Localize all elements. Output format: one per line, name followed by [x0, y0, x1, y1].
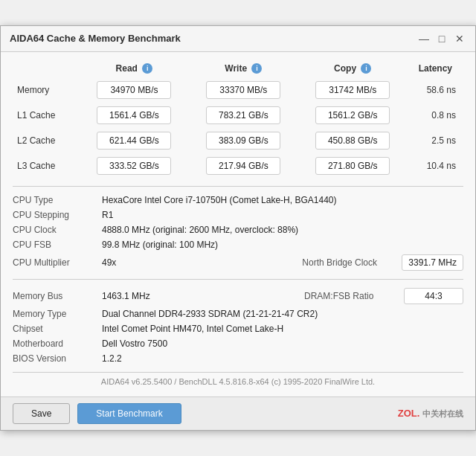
footer-text: AIDA64 v6.25.5400 / BenchDLL 4.5.816.8-x…	[13, 372, 463, 389]
cpu-stepping-label: CPU Stepping	[13, 210, 102, 220]
memory-bus-left: Memory Bus 1463.1 MHz	[13, 291, 304, 301]
start-benchmark-button[interactable]: Start Benchmark	[77, 403, 181, 424]
row-latency: 58.6 ns	[408, 77, 463, 103]
info-row-memory-type: Memory Type Dual Channel DDR4-2933 SDRAM…	[13, 306, 463, 321]
cpu-type-value: HexaCore Intel Core i7-10750H (Comet Lak…	[102, 195, 463, 205]
dram-fsb-label: DRAM:FSB Ratio	[304, 291, 393, 301]
window-title: AIDA64 Cache & Memory Benchmark	[10, 33, 181, 44]
row-copy: 1561.2 GB/s	[298, 103, 408, 128]
watermark-area: ZOL. 中关村在线	[189, 408, 463, 420]
col-header-latency: Latency	[408, 60, 463, 78]
info-row-bios: BIOS Version 1.2.2	[13, 351, 463, 366]
cpu-stepping-value: R1	[102, 210, 463, 220]
info-row-cpu-clock: CPU Clock 4888.0 MHz (original: 2600 MHz…	[13, 222, 463, 237]
info-row-cpu-stepping: CPU Stepping R1	[13, 208, 463, 222]
dram-fsb-value: 44:3	[404, 288, 463, 304]
col-header-copy: Copy i	[298, 60, 408, 78]
content-area: Read i Write i Copy i Latency Memory	[1, 52, 475, 397]
row-label: L2 Cache	[13, 128, 80, 153]
watermark-cn: 中关村在线	[422, 409, 463, 418]
table-header-row: Read i Write i Copy i Latency	[13, 60, 463, 78]
save-button[interactable]: Save	[13, 403, 70, 424]
row-latency: 10.4 ns	[408, 153, 463, 179]
row-write: 383.09 GB/s	[189, 128, 298, 153]
col-header-write: Write i	[189, 60, 298, 78]
row-label: L1 Cache	[13, 103, 80, 128]
bios-value: 1.2.2	[102, 353, 463, 364]
benchmark-table: Read i Write i Copy i Latency Memory	[13, 60, 463, 179]
bios-label: BIOS Version	[13, 353, 102, 364]
memory-info-section: Memory Bus 1463.1 MHz DRAM:FSB Ratio 44:…	[13, 286, 463, 366]
main-window: AIDA64 Cache & Memory Benchmark — □ ✕ Re…	[0, 25, 476, 431]
row-read: 34970 MB/s	[80, 77, 189, 103]
close-button[interactable]: ✕	[453, 32, 466, 45]
table-row: Memory 34970 MB/s 33370 MB/s 31742 MB/s …	[13, 77, 463, 103]
nb-clock-label: North Bridge Clock	[302, 257, 391, 268]
table-row: L1 Cache 1561.4 GB/s 783.21 GB/s 1561.2 …	[13, 103, 463, 128]
write-info-icon[interactable]: i	[251, 63, 262, 74]
maximize-button[interactable]: □	[435, 32, 448, 45]
row-write: 217.94 GB/s	[189, 153, 298, 179]
info-row-cpu-fsb: CPU FSB 99.8 MHz (original: 100 MHz)	[13, 237, 463, 252]
motherboard-label: Motherboard	[13, 338, 102, 349]
row-latency: 2.5 ns	[408, 128, 463, 153]
cpu-type-label: CPU Type	[13, 195, 102, 205]
row-write: 783.21 GB/s	[189, 103, 298, 128]
row-read: 1561.4 GB/s	[80, 103, 189, 128]
row-latency: 0.8 ns	[408, 103, 463, 128]
row-copy: 31742 MB/s	[298, 77, 408, 103]
memory-bus-value: 1463.1 MHz	[102, 291, 304, 301]
nb-clock-value: 3391.7 MHz	[402, 254, 463, 271]
memory-type-label: Memory Type	[13, 309, 102, 319]
row-label: Memory	[13, 77, 80, 103]
cpu-multiplier-value: 49x	[102, 257, 302, 268]
info-row-memory-bus: Memory Bus 1463.1 MHz DRAM:FSB Ratio 44:…	[13, 286, 463, 306]
info-row-chipset: Chipset Intel Comet Point HM470, Intel C…	[13, 321, 463, 336]
col-header-read: Read i	[80, 60, 189, 78]
info-row-cpu-multiplier: CPU Multiplier 49x North Bridge Clock 33…	[13, 252, 463, 273]
title-bar-controls: — □ ✕	[417, 32, 466, 45]
table-row: L2 Cache 621.44 GB/s 383.09 GB/s 450.88 …	[13, 128, 463, 153]
row-read: 621.44 GB/s	[80, 128, 189, 153]
divider-2	[13, 279, 463, 280]
cpu-clock-value: 4888.0 MHz (original: 2600 MHz, overcloc…	[102, 225, 463, 235]
motherboard-value: Dell Vostro 7500	[102, 338, 463, 349]
chipset-value: Intel Comet Point HM470, Intel Comet Lak…	[102, 324, 463, 334]
cpu-multiplier-label: CPU Multiplier	[13, 257, 102, 268]
info-row-cpu-type: CPU Type HexaCore Intel Core i7-10750H (…	[13, 193, 463, 208]
row-copy: 450.88 GB/s	[298, 128, 408, 153]
watermark-zol: ZOL.	[398, 408, 420, 419]
row-read: 333.52 GB/s	[80, 153, 189, 179]
divider-1	[13, 186, 463, 187]
title-bar: AIDA64 Cache & Memory Benchmark — □ ✕	[1, 26, 475, 52]
button-bar: Save Start Benchmark ZOL. 中关村在线	[1, 396, 475, 430]
watermark: ZOL. 中关村在线	[398, 408, 463, 420]
minimize-button[interactable]: —	[417, 32, 431, 45]
copy-info-icon[interactable]: i	[361, 63, 371, 74]
cpu-clock-label: CPU Clock	[13, 225, 102, 235]
memory-type-value: Dual Channel DDR4-2933 SDRAM (21-21-21-4…	[102, 309, 463, 319]
cpu-nb-clock-right: North Bridge Clock 3391.7 MHz	[302, 254, 463, 271]
row-write: 33370 MB/s	[189, 77, 298, 103]
col-header-label	[13, 60, 80, 78]
dram-fsb-right: DRAM:FSB Ratio 44:3	[304, 288, 463, 304]
row-label: L3 Cache	[13, 153, 80, 179]
cpu-info-section: CPU Type HexaCore Intel Core i7-10750H (…	[13, 193, 463, 273]
table-row: L3 Cache 333.52 GB/s 217.94 GB/s 271.80 …	[13, 153, 463, 179]
read-info-icon[interactable]: i	[142, 63, 152, 74]
chipset-label: Chipset	[13, 324, 102, 334]
memory-bus-label: Memory Bus	[13, 291, 102, 301]
info-row-motherboard: Motherboard Dell Vostro 7500	[13, 336, 463, 351]
cpu-fsb-label: CPU FSB	[13, 240, 102, 250]
row-copy: 271.80 GB/s	[298, 153, 408, 179]
cpu-fsb-value: 99.8 MHz (original: 100 MHz)	[102, 240, 463, 250]
cpu-multiplier-left: CPU Multiplier 49x	[13, 257, 302, 268]
